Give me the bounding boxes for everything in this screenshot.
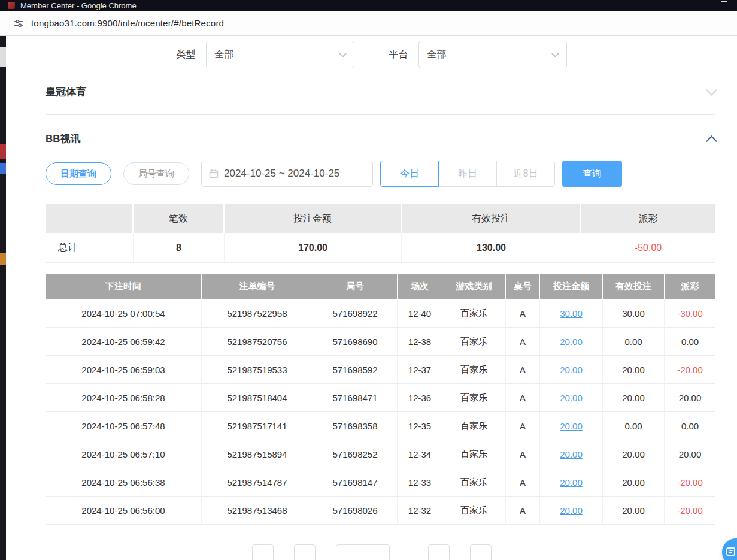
detail-row-5-col-8: 20.00 (665, 440, 715, 468)
detail-row-6-col-6[interactable]: 20.00 (540, 468, 603, 497)
background-fragment (0, 253, 6, 265)
restore-window-button[interactable] (721, 1, 727, 7)
detail-row-4-col-3: 12-35 (398, 412, 442, 440)
detail-row-0-col-1: 521987522958 (202, 299, 313, 328)
detail-row-7-col-8: -20.00 (665, 497, 715, 525)
detail-row-0-col-0: 2024-10-25 07:00:54 (46, 299, 202, 328)
detail-row-6-col-5: A (506, 468, 540, 497)
detail-row-1-col-5: A (506, 328, 540, 356)
date-query-tab[interactable]: 日期查询 (46, 162, 111, 185)
detail-row-0-col-7: 30.00 (603, 299, 665, 328)
detail-row-0-col-6[interactable]: 30.00 (540, 299, 603, 328)
filter-row: 类型 全部 平台 全部 (6, 36, 737, 68)
detail-header-6: 投注金额 (540, 274, 603, 299)
detail-row-3-col-6[interactable]: 20.00 (540, 384, 603, 412)
bet-record-page: 类型 全部 平台 全部 皇冠体育 BB视讯 日期查询 (6, 36, 737, 560)
detail-row-1-col-6[interactable]: 20.00 (540, 328, 603, 356)
section-title: 皇冠体育 (46, 85, 86, 99)
detail-row-5-col-4: 百家乐 (442, 440, 506, 468)
summary-header-payout: 派彩 (581, 204, 715, 233)
detail-row-5-col-1: 521987515894 (202, 440, 313, 468)
detail-row-6-col-0: 2024-10-25 06:56:38 (46, 468, 202, 497)
summary-bet-amount-value: 170.00 (225, 233, 402, 262)
yesterday-button[interactable]: 昨日 (438, 161, 497, 187)
url-text[interactable]: tongbao31.com:9900/infe/mcenter/#/betRec… (31, 18, 224, 28)
today-button[interactable]: 今日 (380, 161, 439, 187)
detail-row-6-col-8: -20.00 (665, 468, 715, 497)
detail-row-0-col-8: -30.00 (665, 299, 715, 328)
pagination-size-select[interactable] (336, 544, 390, 560)
date-range-value: 2024-10-25 ~ 2024-10-25 (224, 168, 339, 180)
detail-header-8: 派彩 (665, 274, 715, 299)
detail-row-6-col-1: 521987514787 (202, 468, 313, 497)
detail-row-1-col-2: 571698690 (313, 328, 398, 356)
detail-header-4: 游戏类别 (442, 274, 506, 299)
detail-row-7-col-6[interactable]: 20.00 (540, 497, 603, 525)
pagination-jump-button[interactable] (470, 544, 492, 560)
detail-row-2-col-6[interactable]: 20.00 (540, 356, 603, 384)
window-titlebar: Member Center - Google Chrome (0, 0, 737, 11)
detail-row-0-col-4: 百家乐 (442, 299, 506, 328)
section-crown-sports[interactable]: 皇冠体育 (46, 69, 715, 115)
detail-row-5-col-2: 571698252 (313, 440, 398, 468)
detail-row-4-col-1: 521987517141 (202, 412, 313, 440)
type-filter-select[interactable]: 全部 (206, 41, 354, 68)
search-button[interactable]: 查询 (562, 161, 622, 187)
chevron-down-icon (339, 50, 347, 57)
detail-row-2-col-1: 521987519533 (202, 356, 313, 384)
detail-row-4-col-0: 2024-10-25 06:57:48 (46, 412, 202, 440)
detail-row-2-col-2: 571698592 (313, 356, 398, 384)
detail-row-2-col-4: 百家乐 (442, 356, 506, 384)
detail-header-3: 场次 (398, 274, 442, 299)
platform-filter-value: 全部 (427, 49, 447, 61)
chevron-down-icon[interactable] (706, 84, 717, 95)
detail-row-7-col-7: 20.00 (603, 497, 665, 525)
background-fragment (0, 47, 6, 67)
pagination-prev-button[interactable] (252, 544, 274, 560)
platform-filter-group: 平台 全部 (389, 41, 567, 68)
detail-row-2-col-3: 12-37 (398, 356, 442, 384)
background-fragment (0, 163, 6, 174)
detail-row-0-col-5: A (506, 299, 540, 328)
summary-valid-bet-value: 130.00 (402, 233, 581, 262)
detail-row-4-col-7: 0.00 (603, 412, 665, 440)
pagination-page-button[interactable] (294, 544, 316, 560)
detail-row-4-col-6[interactable]: 20.00 (540, 412, 603, 440)
section-bb-video[interactable]: BB视讯 (46, 120, 715, 157)
pagination-next-button[interactable] (428, 544, 450, 560)
summary-header-bet-amount: 投注金额 (225, 204, 402, 233)
chevron-up-icon[interactable] (706, 135, 717, 146)
platform-filter-select[interactable]: 全部 (418, 41, 567, 68)
detail-row-3-col-5: A (506, 384, 540, 412)
last-8-days-button[interactable]: 近8日 (496, 161, 555, 187)
round-query-tab[interactable]: 局号查询 (123, 162, 189, 185)
date-range-input[interactable]: 2024-10-25 ~ 2024-10-25 (201, 161, 373, 187)
summary-table: 笔数 投注金额 有效投注 派彩 总计 8 170.00 130.00 -50.0… (46, 204, 715, 263)
detail-row-4-col-8: 0.00 (665, 412, 715, 440)
detail-row-5-col-6[interactable]: 20.00 (540, 440, 603, 468)
platform-filter-label: 平台 (389, 49, 408, 61)
detail-header-2: 局号 (313, 274, 398, 299)
detail-row-4-col-5: A (506, 412, 540, 440)
chevron-down-icon (551, 50, 559, 57)
calendar-icon (209, 169, 219, 178)
detail-row-7-col-1: 521987513468 (202, 497, 313, 525)
detail-row-0-col-3: 12-40 (398, 299, 442, 328)
detail-row-7-col-3: 12-32 (398, 497, 442, 525)
detail-row-6-col-4: 百家乐 (442, 468, 506, 497)
detail-header-1: 注单编号 (202, 274, 313, 299)
query-toolbar: 日期查询 局号查询 2024-10-25 ~ 2024-10-25 今日 昨日 … (46, 161, 715, 187)
detail-row-3-col-2: 571698471 (313, 384, 398, 412)
window-title: Member Center - Google Chrome (20, 1, 137, 10)
detail-row-2-col-8: -20.00 (665, 356, 715, 384)
detail-row-3-col-0: 2024-10-25 06:58:28 (46, 384, 202, 412)
summary-total-label: 总计 (46, 233, 134, 262)
summary-header-valid-bet: 有效投注 (402, 204, 581, 233)
browser-address-bar[interactable]: tongbao31.com:9900/infe/mcenter/#/betRec… (0, 11, 737, 36)
detail-header-5: 桌号 (506, 274, 540, 299)
site-settings-icon[interactable] (13, 18, 24, 29)
type-filter-group: 类型 全部 (177, 41, 354, 68)
summary-header-count: 笔数 (134, 204, 225, 233)
detail-row-1-col-1: 521987520756 (202, 328, 313, 356)
detail-row-2-col-5: A (506, 356, 540, 384)
